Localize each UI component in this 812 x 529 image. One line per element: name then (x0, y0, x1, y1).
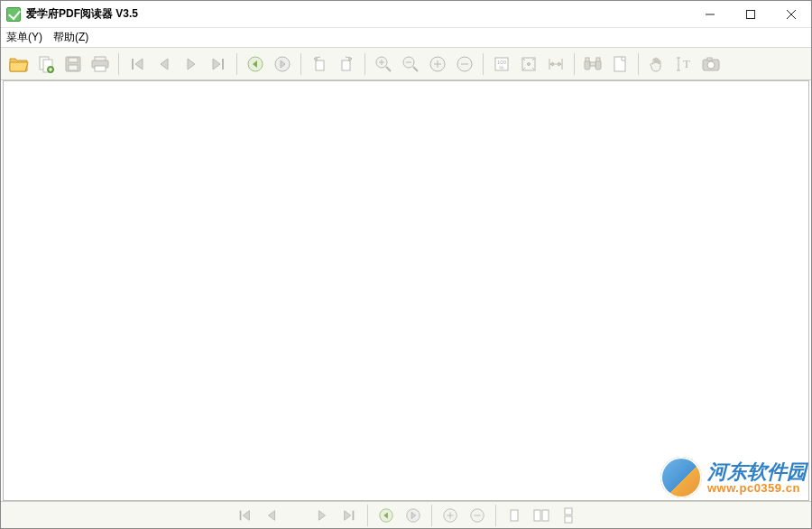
svg-rect-76 (534, 510, 540, 521)
back-button[interactable] (243, 51, 268, 77)
first-icon (237, 508, 252, 523)
rotate-right-icon (337, 55, 355, 73)
fit-page-button[interactable] (516, 51, 541, 77)
snapshot-button[interactable] (698, 51, 724, 77)
svg-rect-8 (69, 58, 78, 62)
svg-rect-59 (707, 58, 712, 60)
app-icon (6, 7, 21, 22)
zoom-out-bottom[interactable] (465, 503, 490, 528)
svg-marker-16 (188, 59, 195, 70)
minimize-button[interactable] (689, 1, 730, 27)
svg-line-33 (413, 67, 418, 71)
svg-point-58 (707, 61, 715, 69)
svg-rect-54 (614, 57, 625, 71)
svg-marker-64 (344, 510, 350, 520)
prev-page-button-bottom[interactable] (259, 503, 284, 528)
forward-button[interactable] (270, 51, 295, 77)
last-icon (342, 508, 356, 523)
last-page-button[interactable] (206, 51, 231, 77)
last-page-button-bottom[interactable] (337, 503, 362, 528)
rotate-right-button[interactable] (334, 51, 359, 77)
svg-text:%: % (499, 65, 504, 70)
svg-rect-52 (586, 58, 589, 61)
menubar: 菜单(Y) 帮助(Z) (1, 28, 811, 48)
actual-size-icon: 100% (493, 55, 511, 73)
separator (364, 53, 365, 75)
camera-icon (701, 56, 721, 72)
close-button[interactable] (770, 1, 811, 27)
next-icon (183, 56, 199, 72)
zoom-plus-icon (442, 507, 458, 524)
bottom-toolbar (1, 501, 811, 528)
copy-button[interactable] (33, 51, 59, 77)
first-page-button[interactable] (125, 51, 150, 77)
nav-forward-icon (405, 507, 421, 524)
text-select-icon: T (675, 55, 693, 73)
document-canvas (5, 82, 807, 499)
svg-rect-78 (565, 508, 572, 515)
window-title: 爱学府PDF阅读器 V3.5 (26, 6, 138, 22)
rotate-left-icon (310, 55, 328, 73)
folder-icon (9, 55, 29, 73)
zoom-in-bottom[interactable] (438, 503, 463, 528)
zoom-minus-icon (456, 55, 474, 73)
svg-marker-48 (558, 62, 561, 66)
svg-marker-61 (243, 510, 249, 520)
svg-line-30 (386, 67, 391, 71)
svg-marker-14 (135, 59, 143, 70)
menu-file[interactable]: 菜单(Y) (6, 30, 42, 45)
zoom-in-button[interactable] (371, 51, 396, 77)
maximize-button[interactable] (730, 1, 770, 27)
find-button[interactable] (580, 51, 605, 77)
hand-tool-button[interactable] (644, 51, 669, 77)
next-icon (315, 508, 329, 523)
first-icon (129, 56, 145, 72)
open-button[interactable] (6, 51, 32, 77)
svg-marker-15 (161, 59, 168, 70)
next-page-button[interactable] (179, 51, 204, 77)
main-toolbar: 100% T (1, 48, 811, 80)
svg-marker-62 (268, 510, 274, 520)
zoom-out-button[interactable] (398, 51, 423, 77)
zoom-out-area-button[interactable] (452, 51, 477, 77)
save-icon (64, 55, 82, 73)
view-continuous-bottom[interactable] (556, 503, 581, 528)
binoculars-icon (583, 55, 603, 73)
svg-marker-63 (318, 510, 325, 520)
back-button-bottom[interactable] (374, 503, 399, 528)
svg-rect-75 (511, 510, 518, 521)
svg-rect-53 (596, 58, 600, 61)
nav-back-icon (246, 55, 264, 73)
view-facing-bottom[interactable] (529, 503, 554, 528)
document-viewport[interactable] (3, 80, 809, 501)
svg-rect-51 (590, 62, 595, 66)
svg-marker-17 (213, 59, 220, 70)
svg-rect-79 (565, 516, 572, 523)
printer-icon (90, 55, 110, 73)
bookmarks-button[interactable] (607, 51, 632, 77)
zoom-in-area-button[interactable] (425, 51, 450, 77)
svg-rect-12 (95, 66, 106, 71)
fit-width-icon (547, 55, 565, 73)
page-copy-icon (37, 55, 55, 73)
facing-pages-icon (532, 507, 550, 524)
text-select-button[interactable]: T (671, 51, 697, 77)
view-single-bottom[interactable] (502, 503, 527, 528)
print-button[interactable] (88, 51, 113, 77)
rotate-left-button[interactable] (307, 51, 332, 77)
prev-page-button[interactable] (152, 51, 177, 77)
single-page-icon (506, 507, 522, 524)
next-page-button-bottom[interactable] (309, 503, 335, 528)
forward-button-bottom[interactable] (401, 503, 426, 528)
zoom-in-icon (374, 55, 392, 73)
menu-help[interactable]: 帮助(Z) (53, 30, 88, 45)
window-controls (689, 1, 811, 27)
actual-size-button[interactable]: 100% (489, 51, 514, 77)
save-button[interactable] (60, 51, 86, 77)
titlebar: 爱学府PDF阅读器 V3.5 (1, 1, 811, 28)
first-page-button-bottom[interactable] (232, 503, 257, 528)
separator (118, 53, 119, 75)
separator (367, 505, 368, 526)
separator (574, 53, 575, 75)
fit-width-button[interactable] (543, 51, 568, 77)
